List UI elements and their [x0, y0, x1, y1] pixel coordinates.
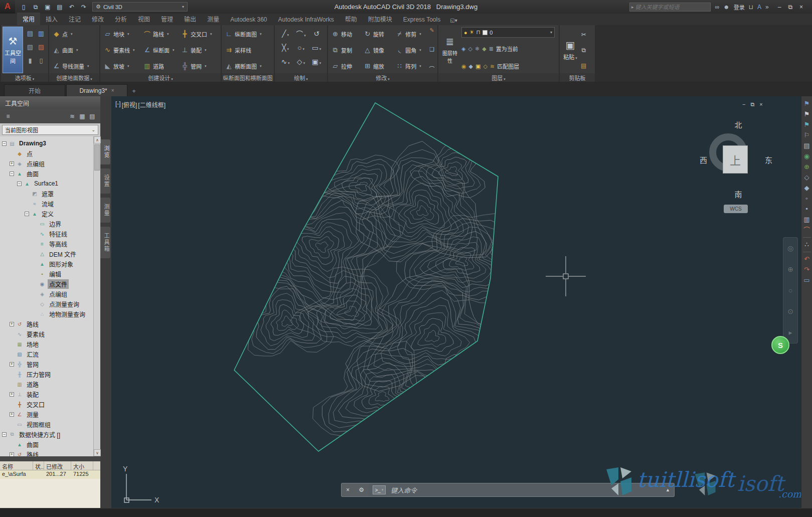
tree-item-28[interactable]: −▭视图框组 [0, 419, 100, 429]
ribbon-tab-7[interactable]: 输出 [179, 13, 202, 25]
layer-off-icon[interactable]: ◈ [461, 46, 465, 52]
cmd-close-icon[interactable]: × [346, 486, 350, 493]
toolbox-palette-icon[interactable]: ▨ [38, 43, 44, 51]
tree-item-label[interactable]: 图形对象 [48, 259, 75, 269]
tree-item-label[interactable]: 交叉口 [25, 400, 46, 409]
point-cluster-icon[interactable]: ∴ [804, 241, 808, 248]
ribbon-tab-13[interactable]: Express Tools [398, 14, 446, 25]
layer-on-icon[interactable]: ◉ [461, 63, 466, 70]
help-search[interactable]: ▸ [629, 3, 711, 12]
item-preview-icon[interactable]: ≡ [3, 113, 13, 120]
search-binoculars-icon[interactable]: ∞ [715, 4, 719, 11]
mirror-button[interactable]: △ 镜像 [362, 43, 392, 57]
points-button[interactable]: ◆ 点 [51, 27, 91, 41]
col-modified[interactable]: 已修改 [44, 461, 71, 470]
preview-area-icon[interactable]: ▦ [77, 113, 87, 120]
tree-item-16[interactable]: −◇点测量查询 [0, 299, 100, 309]
stretch-button[interactable]: ▱ 拉伸 [330, 59, 360, 73]
tree-item-17[interactable]: −∴地物测量查询 [0, 309, 100, 319]
tree-item-29[interactable]: −⧉数据快捷方式 [] [0, 429, 100, 439]
tree-item-label[interactable]: 遮罩 [40, 189, 55, 199]
grading-button[interactable]: ◣ 放坡 [102, 59, 140, 73]
tree-scrollbar[interactable]: ∧ ∨ [93, 136, 100, 456]
tree-item-23[interactable]: −╫压力管网 [0, 369, 100, 379]
tree-item-14[interactable]: −◉点文件 [0, 279, 100, 289]
toolspace-title[interactable]: 工具空间 [0, 96, 100, 109]
expander-icon[interactable]: + [10, 452, 14, 457]
expander-icon[interactable]: − [10, 171, 14, 176]
tree-item-1[interactable]: −◆点 [0, 148, 100, 158]
section-views-button[interactable]: ◭ 横断面图 [223, 59, 264, 73]
expander-icon[interactable]: + [10, 362, 14, 367]
content-palette-icon[interactable]: ▯ [39, 57, 43, 64]
ribbon-tab-9[interactable]: Autodesk 360 [225, 14, 272, 25]
tree-item-30[interactable]: −▲曲面 [0, 439, 100, 449]
col-name[interactable]: 名称 [0, 461, 33, 470]
search-input[interactable] [635, 4, 710, 10]
view-selector-combo[interactable]: 当前图形视图 ⌄ [2, 125, 98, 135]
tree-item-label[interactable]: 路线 [25, 450, 40, 457]
sheetset-palette-icon[interactable]: ▮ [28, 57, 32, 64]
view-cube[interactable]: 北 南 西 东 上 WCS [696, 114, 781, 220]
tree-item-label[interactable]: 曲面 [25, 169, 40, 179]
tree-item-21[interactable]: −▧汇流 [0, 349, 100, 359]
sphere-grid-icon[interactable]: ⊕ [804, 163, 809, 170]
col-status[interactable]: 状.. [33, 461, 44, 470]
tree-item-24[interactable]: −▥道路 [0, 379, 100, 389]
close-button[interactable]: × [799, 4, 803, 11]
trim-button[interactable]: ⌿ 修剪 [394, 27, 426, 41]
save-icon[interactable]: ▣ [43, 4, 52, 11]
panel-label-layers[interactable]: 图层 [492, 74, 506, 82]
col-size[interactable]: 大小 [71, 461, 93, 470]
plot-icon[interactable]: ▤ [55, 4, 64, 11]
showmotion-icon[interactable]: ▸ [788, 328, 792, 336]
wcs-button[interactable]: WCS [724, 205, 748, 213]
tree-item-label[interactable]: 视图框组 [25, 420, 52, 429]
expander-icon[interactable]: − [17, 182, 22, 186]
doc-new-icon[interactable]: ▤ [803, 142, 809, 149]
ribbon-tab-11[interactable]: 帮助 [340, 13, 363, 25]
tree-item-label[interactable]: 边界 [48, 219, 63, 229]
tree-item-9[interactable]: −∿特征线 [0, 229, 100, 239]
tree-item-7[interactable]: −▲定义 [0, 209, 100, 219]
ribbon-tab-8[interactable]: 测量 [202, 13, 225, 25]
spline-tool-icon[interactable]: ∿ [281, 58, 289, 66]
corridor-button[interactable]: ▥ 道路 [141, 59, 178, 73]
tree-item-0[interactable]: −▤Drawing3 [0, 138, 100, 148]
undo-icon[interactable]: ↶ [67, 4, 76, 11]
tab-drawing3[interactable]: Drawing3* × [66, 84, 127, 96]
tree-item-5[interactable]: −◩遮罩 [0, 189, 100, 199]
alignment-button[interactable]: ⌒ 路线 [141, 27, 178, 41]
toolspace-button[interactable]: ⚒ 工具空间 [3, 27, 23, 73]
layer-combo[interactable]: ● ☀ ⊓ 0 ▾ [461, 27, 555, 38]
panorama-icon[interactable]: ≋ [67, 113, 77, 120]
tree-item-label[interactable]: 场地 [25, 339, 40, 349]
tree-item-label[interactable]: 压力管网 [25, 370, 52, 379]
zoom-icon[interactable]: ○ [788, 286, 792, 294]
minimize-button[interactable]: – [778, 4, 781, 11]
vp-minimize-icon[interactable]: − [742, 101, 745, 108]
flag-white-icon[interactable]: ⚑ [804, 111, 810, 118]
cart-icon[interactable]: ⊔ [749, 4, 753, 11]
tree-item-13[interactable]: −▪编辑 [0, 269, 100, 279]
tree-item-label[interactable]: 数据快捷方式 [] [18, 430, 62, 439]
scroll-down-icon[interactable]: ∨ [94, 449, 101, 456]
grip-edit-icon[interactable]: ▭ [803, 277, 809, 284]
model-space-viewport[interactable]: Y X [-] [俯视] [二维线框] − ⧉ × 北 南 西 东 上 WCS [111, 96, 801, 508]
workspace-dropdown[interactable]: ⚙ Civil 3D ▾ [92, 2, 188, 12]
polyline-tool-icon[interactable]: ↺ [313, 30, 319, 38]
tree-item-10[interactable]: −≡等高线 [0, 239, 100, 249]
close-tab-icon[interactable]: × [111, 88, 114, 93]
tree-item-label[interactable]: 点 [25, 149, 34, 158]
new-file-icon[interactable]: ▯ [19, 4, 28, 11]
xline-tool-icon[interactable]: ╳ [282, 44, 289, 52]
tree-item-label[interactable]: 测量 [25, 410, 40, 419]
undo-red-icon[interactable]: ↶ [804, 256, 809, 263]
arc-tool-icon[interactable]: ⌒ [296, 29, 306, 39]
point-diamond-icon[interactable]: ◇ [804, 174, 809, 181]
circle-tool-icon[interactable]: ○ [297, 44, 304, 52]
pan-hand-icon[interactable]: ⊕ [787, 265, 793, 273]
scale-button[interactable]: ⊞ 缩放 [362, 59, 392, 73]
toolspace-tab-0[interactable]: 浏览 [100, 139, 110, 164]
layer-unisolate-icon[interactable]: ◆ [469, 63, 473, 70]
